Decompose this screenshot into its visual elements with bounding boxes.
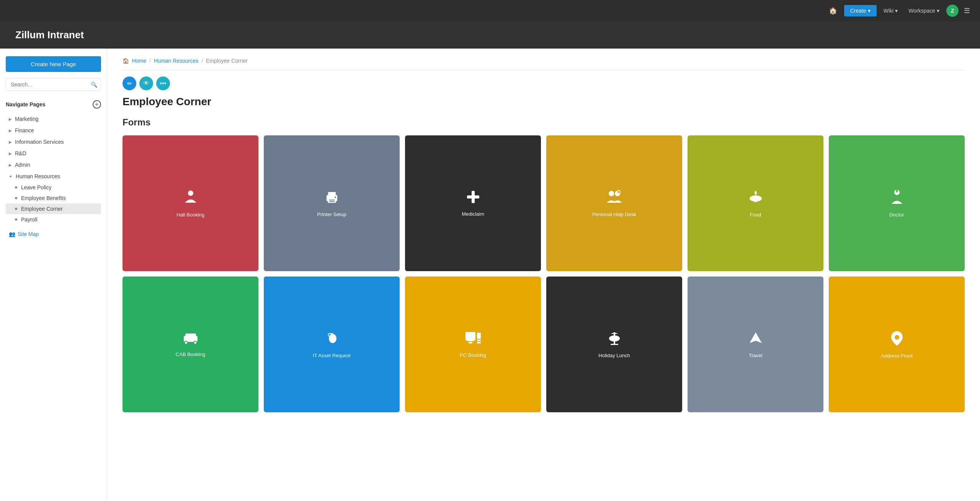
sidebar-subitem-leave-policy[interactable]: Leave Policy [6,182,101,193]
form-card-cab-booking[interactable]: CAB Booking [122,277,258,412]
form-card-label: Mediclaim [462,211,484,217]
sidebar-subitem-employee-benefits[interactable]: Employee Benefits [6,193,101,203]
helpdesk-icon: ! [606,190,623,208]
bullet-icon [15,208,17,210]
svg-rect-25 [477,340,481,341]
form-card-label: Address Proof [881,353,912,359]
form-card-label: Printer Setup [317,211,346,217]
view-button[interactable]: 👁 [139,76,153,90]
breadcrumb-home-icon: 🏠 [122,58,129,64]
create-page-button[interactable]: Create New Page [6,56,101,72]
sidebar-item-information-services[interactable]: ▶ Information Services [6,136,101,148]
sidebar-item-rd[interactable]: ▶ R&D [6,148,101,159]
sidebar-item-human-resources[interactable]: ▼ Human Resources [6,171,101,182]
mediclaim-icon [466,190,480,207]
hamburger-menu-icon[interactable]: ☰ [962,4,972,17]
main-content: 🏠 Home / Human Resources / Employee Corn… [107,49,980,501]
edit-button[interactable]: ✏ [122,76,136,90]
bullet-icon [15,186,17,189]
form-card-hall-booking[interactable]: Hall Booking [122,135,258,271]
workspace-label: Workspace [908,8,935,14]
breadcrumb-separator: / [201,58,203,64]
expand-arrow-icon: ▼ [8,174,13,178]
forms-section-title: Forms [122,117,965,128]
svg-rect-26 [477,342,481,343]
sidebar-subitem-label: Employee Benefits [21,195,66,201]
arrow-icon: ▶ [9,151,12,156]
it-asset-icon [324,331,340,349]
svg-marker-33 [750,332,762,343]
wiki-button[interactable]: Wiki ▾ [880,5,902,16]
sidebar-item-marketing[interactable]: ▶ Marketing [6,113,101,125]
sidebar-item-label: Marketing [15,116,38,122]
form-card-food[interactable]: Food [688,135,823,271]
sidebar-subitem-label: Payroll [21,216,38,223]
form-card-personal-help-desk[interactable]: ! Personal Help Desk [546,135,682,271]
svg-rect-14 [755,198,756,202]
form-card-pc-booking[interactable]: PC Booking [405,277,541,412]
search-input[interactable] [6,78,101,91]
sidebar-item-finance[interactable]: ▶ Finance [6,125,101,136]
form-card-label: PC Booking [460,352,486,358]
workspace-button[interactable]: Workspace ▾ [905,5,943,16]
page-title: Employee Corner [122,96,965,108]
svg-point-0 [188,190,193,196]
more-options-button[interactable]: ••• [156,76,170,90]
app-header: Zillum Intranet [0,21,980,49]
user-avatar[interactable]: Z [946,5,959,17]
sidebar-item-admin[interactable]: ▶ Admin [6,159,101,171]
sidebar: Create New Page 🔍 Navigate Pages + ▶ Mar… [0,49,107,501]
form-card-address-proof[interactable]: Address Proof [829,277,965,412]
pc-booking-icon [465,331,482,348]
svg-rect-8 [467,195,479,198]
svg-point-9 [609,191,614,196]
svg-rect-3 [328,199,336,203]
search-container: 🔍 [6,78,101,91]
breadcrumb: 🏠 Home / Human Resources / Employee Corn… [122,58,965,64]
sidebar-item-label: R&D [15,150,26,156]
create-button[interactable]: Create ▾ [844,5,877,16]
add-page-icon[interactable]: + [93,100,101,109]
breadcrumb-parent-link[interactable]: Human Resources [154,58,198,64]
form-card-travel[interactable]: Travel [688,277,823,412]
svg-rect-27 [467,340,474,341]
form-card-holiday-lunch[interactable]: Holiday Lunch [546,277,682,412]
svg-rect-2 [328,192,336,196]
sidebar-subitem-employee-corner[interactable]: Employee Corner [6,203,101,214]
action-icons-bar: ✏ 👁 ••• [122,76,965,90]
forms-grid-row1: Hall Booking Printer Setup [122,135,965,271]
main-layout: Create New Page 🔍 Navigate Pages + ▶ Mar… [0,49,980,501]
svg-rect-4 [329,200,335,200]
sidebar-item-label: Human Resources [16,173,60,179]
sidebar-subitem-label: Leave Policy [21,184,51,190]
arrow-icon: ▶ [9,117,12,121]
navigate-pages-header: Navigate Pages + [6,100,101,109]
wiki-label: Wiki [884,8,893,14]
bullet-icon [15,218,17,221]
sidebar-item-label: Finance [15,127,34,133]
home-button[interactable]: 🏠 [825,4,841,17]
svg-rect-17 [896,189,898,192]
site-map-link[interactable]: 👥 Site Map [6,228,101,240]
form-card-printer-setup[interactable]: Printer Setup [264,135,400,271]
form-card-label: Holiday Lunch [598,353,630,358]
arrow-icon: ▶ [9,140,12,144]
svg-point-22 [329,334,336,343]
form-card-doctor[interactable]: Doctor [829,135,965,271]
breadcrumb-separator: / [149,58,151,64]
workspace-dropdown-icon: ▾ [937,8,939,14]
cab-booking-icon [182,332,199,348]
bullet-icon [15,197,17,199]
doctor-icon [890,189,904,208]
form-card-label: CAB Booking [176,351,205,357]
svg-rect-19 [185,333,196,338]
create-label: Create [850,8,866,14]
form-card-it-asset-request[interactable]: IT Asset Request [264,277,400,412]
breadcrumb-home-link[interactable]: Home [132,58,146,64]
svg-rect-5 [329,201,335,202]
form-card-mediclaim[interactable]: Mediclaim [405,135,541,271]
site-map-icon: 👥 [9,231,15,237]
app-title: Zillum Intranet [15,29,965,41]
sidebar-subitem-payroll[interactable]: Payroll [6,214,101,225]
svg-rect-24 [477,333,481,339]
